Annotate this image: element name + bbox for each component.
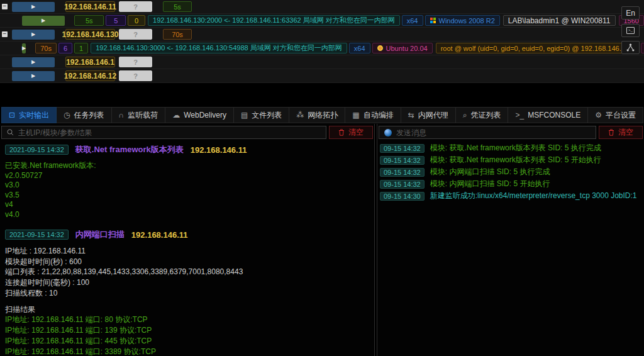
log-module-name: 内网端口扫描	[75, 229, 125, 240]
tab-credential-list[interactable]: ⌕凭证列表	[456, 107, 509, 123]
host-ip-badge[interactable]: 192.168.146.130	[65, 29, 115, 40]
host-heartbeat-badge: 5s	[163, 1, 192, 12]
play-icon: ▶	[22, 46, 26, 51]
session-row: ▶ 70s 6 1 192.168.146.130:3000 <- 192.16…	[0, 42, 644, 55]
session-jobs-badge: 0	[128, 15, 145, 26]
tab-label: 自动编排	[364, 110, 394, 121]
tab-label: 内网代理	[418, 110, 448, 121]
session-os-label: Ubuntu 20.04	[386, 45, 428, 52]
tab-label: WebDelivery	[184, 111, 226, 120]
language-toggle-button[interactable]: En	[621, 6, 640, 19]
hosts-panel: − ▶ 192.168.146.11 ? 5s ▶ 5s 5 0 192.168…	[0, 0, 644, 83]
play-icon: ▶	[31, 32, 35, 37]
tab-file-list[interactable]: ▤文件列表	[234, 107, 289, 123]
scan-result-line: IP地址: 192.168.146.11 端口: 80 协议:TCP	[5, 314, 369, 325]
network-icon: ⁂	[296, 111, 304, 120]
message-text: 模块: 获取.Net framework版本列表 SID: 5 开始执行	[430, 155, 601, 165]
host-heartbeat-badge: 70s	[163, 29, 192, 40]
search-input[interactable]	[18, 128, 321, 137]
session-pid-badge: 192348	[641, 43, 644, 53]
session-tunnel-badge: 192.168.146.130:3000 <- 192.168.146.130:…	[91, 43, 347, 53]
log-line: v4.0	[5, 210, 369, 220]
collapse-toggle-icon[interactable]: −	[2, 4, 8, 9]
tab-listener-payload[interactable]: ∩监听载荷	[112, 107, 166, 123]
tab-webdelivery[interactable]: ☁WebDelivery	[165, 107, 234, 123]
log-line: 模块超时时间(秒) : 600	[5, 257, 369, 267]
clear-button-label: 清空	[618, 127, 633, 138]
tab-msfconsole[interactable]: >_MSFCONSOLE	[508, 107, 588, 123]
session-sid-badge: 5	[106, 15, 126, 26]
session-os-badge: Windows 2008 R2	[425, 15, 500, 26]
tab-network-topology[interactable]: ⁂网络拓扑	[289, 107, 345, 123]
log-line: v2.0.50727	[5, 171, 369, 181]
search-icon	[7, 129, 14, 136]
magnifier-icon: ⌕	[463, 111, 467, 120]
folder-icon: ▤	[241, 111, 248, 120]
terminal-button[interactable]: >_	[621, 24, 640, 37]
tab-realtime-output[interactable]: ⊡实时输出	[1, 107, 57, 123]
clear-messages-button[interactable]: 清空	[599, 126, 643, 139]
host-play-button[interactable]: ▶	[12, 57, 55, 67]
play-icon: ▶	[31, 74, 35, 79]
tab-label: 监听载荷	[128, 110, 158, 121]
session-os-badge: Ubuntu 20.04	[372, 43, 433, 53]
log-module-name: 获取.Net framework版本列表	[75, 144, 184, 155]
message-input[interactable]	[396, 128, 591, 137]
log-line: 端口列表 : 21,22,80,88,139,445,1433,3306,338…	[5, 267, 369, 277]
tab-label: 文件列表	[252, 110, 282, 121]
message-timestamp: 09-15 14:32	[380, 180, 425, 189]
message-text: 模块: 获取.Net framework版本列表 SID: 5 执行完成	[430, 143, 601, 153]
tab-label: 网络拓扑	[308, 110, 338, 121]
host-os-unknown-badge[interactable]: ?	[119, 57, 152, 67]
host-row: − ▶ 192.168.146.130 ? 70s	[0, 28, 644, 42]
tab-platform-settings[interactable]: ⚙平台设置	[588, 107, 643, 123]
host-os-unknown-badge[interactable]: ?	[119, 29, 152, 40]
realtime-output-icon: ⊡	[9, 111, 15, 120]
log-line: v4	[5, 200, 369, 210]
message-text: 模块: 内网端口扫描 SID: 5 执行完成	[430, 167, 550, 177]
windows-logo-icon	[430, 18, 436, 23]
log-target-ip: 192.168.146.11	[131, 230, 188, 240]
host-play-button[interactable]: ▶	[12, 30, 55, 40]
session-os-label: Windows 2008 R2	[439, 17, 495, 25]
session-tunnel-badge: 192.168.146.130:2000 <- 192.168.146.11:6…	[148, 15, 400, 26]
message-row: 09-15 14:32 模块: 获取.Net framework版本列表 SID…	[380, 155, 644, 165]
host-ip-badge[interactable]: 192.168.146.11	[65, 1, 115, 12]
headphones-icon: ∩	[119, 111, 125, 120]
session-arch-badge: x64	[349, 43, 370, 53]
tab-auto-orchestration[interactable]: ▦自动编排	[345, 107, 401, 123]
log-line: v3.5	[5, 191, 369, 201]
trash-icon	[608, 129, 614, 136]
host-ip-badge[interactable]: 192.168.146.12	[65, 70, 115, 81]
tab-label: 实时输出	[19, 110, 49, 121]
host-play-button[interactable]: ▶	[12, 71, 55, 81]
message-row: 09-15 14:30 新建监听成功:linux/x64/meterpreter…	[380, 191, 644, 201]
host-os-unknown-badge[interactable]: ?	[119, 1, 152, 12]
message-box	[379, 126, 596, 139]
scan-result-line: IP地址: 192.168.146.11 端口: 445 协议:TCP	[5, 336, 369, 347]
message-timestamp: 09-15 14:32	[380, 144, 425, 153]
play-icon: ▶	[42, 18, 45, 23]
session-play-button[interactable]: ▶	[22, 16, 65, 26]
host-os-unknown-badge[interactable]: ?	[119, 70, 152, 81]
message-row: 09-15 14:32 模块: 获取.Net framework版本列表 SID…	[380, 143, 644, 153]
cloud-icon: ☁	[172, 111, 180, 120]
tab-bar: ⊡实时输出 ◷任务列表 ∩监听载荷 ☁WebDelivery ▤文件列表 ⁂网络…	[0, 107, 643, 123]
topology-button[interactable]	[621, 41, 640, 54]
session-check-badge: 5s	[74, 15, 104, 26]
tab-label: 凭证列表	[470, 110, 501, 121]
tab-intranet-proxy[interactable]: ⇆内网代理	[401, 107, 456, 123]
grid-icon: ▦	[352, 111, 359, 120]
collapse-toggle-icon[interactable]: −	[2, 31, 8, 37]
tab-task-list[interactable]: ◷任务列表	[57, 107, 111, 123]
session-play-button[interactable]: ▶	[22, 43, 26, 53]
console-icon: >_	[515, 111, 524, 120]
host-ip-badge[interactable]: 192.168.146.1	[65, 57, 115, 67]
host-play-button[interactable]: ▶	[12, 2, 55, 12]
clear-output-button[interactable]: 清空	[329, 126, 373, 139]
session-user-badge: LAB\labadmin1 @ WIN200811	[503, 15, 616, 26]
host-row: − ▶ 192.168.146.11 ? 5s	[0, 0, 644, 14]
clear-button-label: 清空	[348, 127, 364, 138]
log-timestamp: 2021-09-15 14:32	[5, 145, 69, 155]
trash-icon	[338, 129, 345, 136]
